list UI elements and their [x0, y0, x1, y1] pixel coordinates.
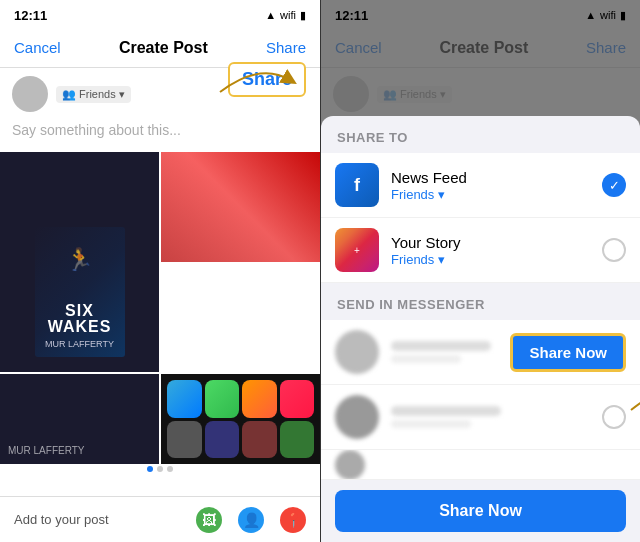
app-icon-5 [167, 421, 202, 459]
book-photo: 🏃 SIXWAKES MUR LAFFERTY [0, 152, 159, 372]
photo-bottom-left: MUR LAFFERTY [0, 374, 159, 464]
left-cancel-button[interactable]: Cancel [14, 39, 61, 56]
share-to-header: Share To [321, 116, 640, 153]
app-icon-2 [205, 380, 240, 418]
app-icon-7 [242, 421, 277, 459]
contact-2-radio[interactable] [602, 405, 626, 429]
user-avatar [12, 76, 48, 112]
contact-avatar-1 [335, 330, 379, 374]
photo-toolbar-icon[interactable]: 🖼 [196, 507, 222, 533]
friends-label: Friends [79, 88, 116, 100]
chevron-down-icon: ▾ [119, 88, 125, 101]
app-icon-8 [280, 421, 315, 459]
news-feed-title: News Feed [391, 169, 590, 186]
app-icon-4 [280, 380, 315, 418]
contact-avatar-3 [335, 450, 365, 480]
friends-tag[interactable]: 👥 Friends ▾ [56, 86, 131, 103]
story-icon: + [354, 245, 360, 256]
photo-top-right [161, 152, 320, 262]
share-sheet: Share To f News Feed Friends ▾ ✓ + Your … [321, 116, 640, 542]
photo-grid: 🏃 SIXWAKES MUR LAFFERTY MUR LAFFERTY [0, 152, 320, 462]
contact-name-blur-2 [391, 406, 501, 416]
messenger-contact-2[interactable] [321, 385, 640, 450]
your-story-radio[interactable] [602, 238, 626, 262]
your-story-option[interactable]: + Your Story Friends ▾ [321, 218, 640, 283]
add-to-post-label: Add to your post [14, 512, 180, 527]
share-callout-box: Share [228, 62, 306, 97]
person-icon: 👥 [62, 88, 76, 101]
app-icon-3 [242, 380, 277, 418]
news-feed-checkmark: ✓ [602, 173, 626, 197]
left-share-link[interactable]: Share [266, 39, 306, 56]
book-bottom-text: MUR LAFFERTY [8, 445, 85, 456]
post-placeholder[interactable]: Say something about this... [12, 118, 308, 144]
left-status-icons: ▲ wifi ▮ [265, 9, 306, 22]
book-figure: 🏃 [66, 247, 93, 273]
your-story-subtitle: Friends ▾ [391, 252, 590, 267]
bottom-toolbar: Add to your post 🖼 👤 📍 [0, 496, 320, 542]
share-now-button[interactable]: Share Now [510, 333, 626, 372]
left-nav-title: Create Post [119, 39, 208, 57]
story-thumb: + [335, 228, 379, 272]
news-feed-info: News Feed Friends ▾ [391, 169, 590, 202]
contact-name-blur-1 [391, 341, 491, 351]
page-dots [0, 462, 320, 476]
your-story-info: Your Story Friends ▾ [391, 234, 590, 267]
news-feed-subtitle: Friends ▾ [391, 187, 590, 202]
phones-container: 12:11 ▲ wifi ▮ Cancel Create Post Share … [0, 0, 640, 542]
wifi-icon: wifi [280, 9, 296, 21]
left-status-bar: 12:11 ▲ wifi ▮ [0, 0, 320, 28]
messenger-contact-1[interactable]: Share Now [321, 320, 640, 385]
location-toolbar-icon[interactable]: 📍 [280, 507, 306, 533]
news-feed-option[interactable]: f News Feed Friends ▾ ✓ [321, 153, 640, 218]
contact-detail-blur-2 [391, 420, 471, 428]
app-icon-1 [167, 380, 202, 418]
photo-bottom-right [161, 374, 320, 464]
book-title: SIXWAKES [48, 303, 112, 335]
left-time: 12:11 [14, 8, 47, 23]
dot-2 [157, 466, 163, 472]
dot-3 [167, 466, 173, 472]
book-cover: 🏃 SIXWAKES MUR LAFFERTY [35, 227, 125, 357]
tag-toolbar-icon[interactable]: 👤 [238, 507, 264, 533]
contact-avatar-2 [335, 395, 379, 439]
messenger-contact-3[interactable] [321, 450, 640, 480]
dot-1 [147, 466, 153, 472]
book-author: MUR LAFFERTY [45, 339, 114, 349]
battery-icon: ▮ [300, 9, 306, 22]
your-story-title: Your Story [391, 234, 590, 251]
contact-detail-blur-1 [391, 355, 461, 363]
right-phone-panel: 12:11 ▲ wifi ▮ Cancel Create Post Share … [320, 0, 640, 542]
contact-info-1 [391, 341, 498, 363]
left-phone-panel: 12:11 ▲ wifi ▮ Cancel Create Post Share … [0, 0, 320, 542]
share-now-bottom-button[interactable]: Share Now [335, 490, 626, 532]
share-callout-text: Share [242, 69, 292, 89]
signal-icon: ▲ [265, 9, 276, 21]
send-messenger-header: Send in Messenger [321, 283, 640, 320]
contact-info-2 [391, 406, 590, 428]
news-feed-thumb: f [335, 163, 379, 207]
app-icon-6 [205, 421, 240, 459]
